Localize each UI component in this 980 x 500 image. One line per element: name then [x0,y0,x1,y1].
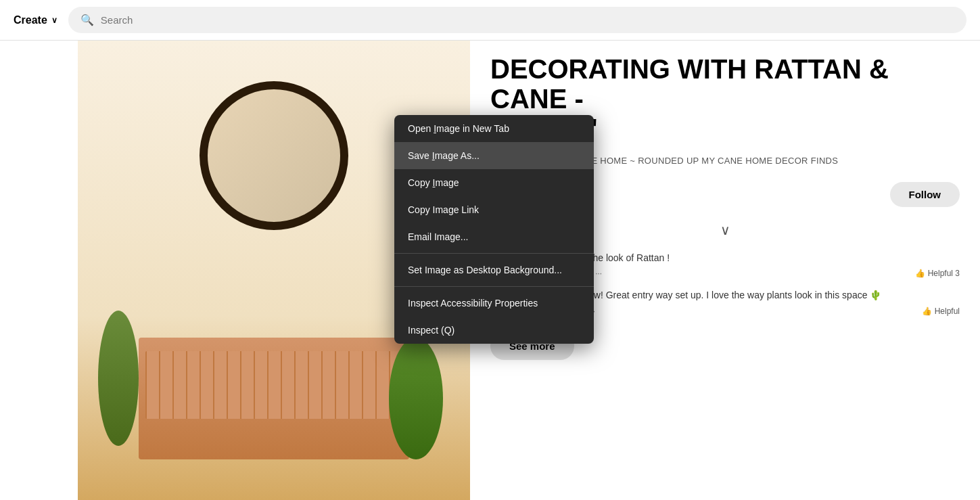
context-menu-item-copy-image-link[interactable]: Copy Image Link [394,196,594,223]
create-button[interactable]: Create ∨ [14,14,57,26]
search-icon: 🔍 [80,14,94,26]
left-sidebar [0,41,78,500]
context-menu-label: Inspect (Q) [408,325,454,336]
context-menu-item-save-image[interactable]: Save Image As... [394,142,594,169]
helpful-badge: 👍 Helpful [922,306,960,316]
thumbs-up-icon: 👍 [922,306,932,316]
context-menu-label: Open Image in New Tab [408,123,509,134]
helpful-text: Helpful 3 [928,269,960,278]
search-bar: 🔍 [68,7,966,33]
follow-button[interactable]: Follow [890,182,960,207]
chevron-down-icon: ∨ [51,16,57,25]
plant-right-decoration [389,338,443,459]
context-menu: Open Image in New Tab Save Image As... C… [394,115,594,344]
article-title-text: DECORATING WITH RATTAN & CANE - [490,54,889,114]
more-dots[interactable]: ··· [595,269,602,278]
context-menu-label: Set Image as Desktop Background... [408,265,562,275]
context-menu-item-copy-image[interactable]: Copy Image [394,169,594,196]
helpful-text: Helpful [935,306,960,316]
context-menu-item-open-image[interactable]: Open Image in New Tab [394,115,594,142]
topbar: Create ∨ 🔍 [0,0,980,41]
helpful-badge: 👍 Helpful 3 [915,269,960,278]
context-menu-item-inspect[interactable]: Inspect (Q) [394,317,594,344]
search-input[interactable] [101,14,954,26]
context-menu-label: Inspect Accessibility Properties [408,298,538,309]
context-menu-label: Email Image... [408,231,468,242]
context-menu-label: Copy Image [408,177,459,188]
context-menu-separator [394,253,594,254]
comment-content: Wow! Great entry way set up. I love the … [580,290,881,300]
context-menu-label: Copy Image Link [408,204,479,215]
context-menu-separator [394,286,594,287]
context-menu-item-set-desktop[interactable]: Set Image as Desktop Background... [394,256,594,283]
mirror-decoration [200,81,348,230]
context-menu-item-email-image[interactable]: Email Image... [394,223,594,250]
context-menu-item-inspect-accessibility[interactable]: Inspect Accessibility Properties [394,290,594,317]
thumbs-up-icon: 👍 [915,269,925,278]
context-menu-label: Save Image As... [408,150,480,161]
create-label: Create [14,14,47,26]
plant-left-decoration [98,311,139,446]
sideboard-decoration [139,338,409,459]
chevron-icon: ∨ [720,222,730,238]
sideboard-drawer [145,351,402,419]
